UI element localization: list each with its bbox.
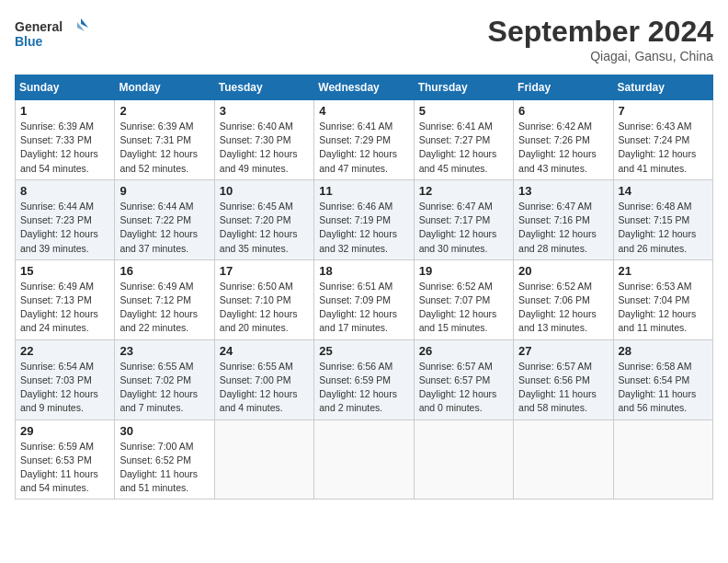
calendar-cell: 30Sunrise: 7:00 AMSunset: 6:52 PMDayligh…: [115, 419, 214, 500]
day-number: 21: [619, 264, 708, 278]
day-info: Sunrise: 6:52 AMSunset: 7:06 PMDaylight:…: [518, 280, 608, 336]
calendar-cell: [514, 419, 613, 500]
calendar-cell: 23Sunrise: 6:55 AMSunset: 7:02 PMDayligh…: [115, 339, 214, 419]
title-block: September 2024 Qiagai, Gansu, China: [488, 15, 713, 63]
day-number: 9: [119, 184, 209, 198]
day-number: 2: [119, 104, 209, 118]
day-info: Sunrise: 7:00 AMSunset: 6:52 PMDaylight:…: [119, 440, 209, 496]
day-info: Sunrise: 6:43 AMSunset: 7:24 PMDaylight:…: [619, 120, 708, 176]
day-number: 18: [319, 264, 408, 278]
day-number: 19: [419, 264, 508, 278]
day-number: 22: [20, 344, 109, 358]
day-number: 13: [518, 184, 608, 198]
day-number: 29: [20, 424, 109, 438]
calendar-cell: 17Sunrise: 6:50 AMSunset: 7:10 PMDayligh…: [214, 259, 313, 339]
calendar-cell: 20Sunrise: 6:52 AMSunset: 7:06 PMDayligh…: [514, 259, 613, 339]
calendar-cell: 11Sunrise: 6:46 AMSunset: 7:19 PMDayligh…: [314, 179, 414, 259]
day-info: Sunrise: 6:56 AMSunset: 6:59 PMDaylight:…: [319, 360, 408, 416]
calendar-cell: 19Sunrise: 6:52 AMSunset: 7:07 PMDayligh…: [414, 259, 513, 339]
day-number: 17: [220, 264, 309, 278]
weekday-header: Monday: [115, 75, 214, 100]
calendar-cell: 9Sunrise: 6:44 AMSunset: 7:22 PMDaylight…: [115, 179, 214, 259]
calendar-table: SundayMondayTuesdayWednesdayThursdayFrid…: [15, 75, 713, 500]
location: Qiagai, Gansu, China: [488, 49, 713, 63]
day-info: Sunrise: 6:47 AMSunset: 7:16 PMDaylight:…: [518, 200, 608, 256]
svg-text:Blue: Blue: [15, 34, 43, 49]
calendar-cell: 15Sunrise: 6:49 AMSunset: 7:13 PMDayligh…: [16, 259, 115, 339]
calendar-cell: [613, 419, 712, 500]
calendar-cell: 27Sunrise: 6:57 AMSunset: 6:56 PMDayligh…: [514, 339, 613, 419]
calendar-cell: 18Sunrise: 6:51 AMSunset: 7:09 PMDayligh…: [314, 259, 414, 339]
calendar-cell: 21Sunrise: 6:53 AMSunset: 7:04 PMDayligh…: [613, 259, 712, 339]
day-info: Sunrise: 6:49 AMSunset: 7:13 PMDaylight:…: [20, 280, 109, 336]
month-title: September 2024: [488, 15, 713, 49]
svg-marker-2: [81, 18, 88, 28]
calendar-cell: 24Sunrise: 6:55 AMSunset: 7:00 PMDayligh…: [214, 339, 313, 419]
day-number: 27: [518, 344, 608, 358]
day-info: Sunrise: 6:46 AMSunset: 7:19 PMDaylight:…: [319, 200, 408, 256]
day-info: Sunrise: 6:49 AMSunset: 7:12 PMDaylight:…: [119, 280, 209, 336]
calendar-cell: 8Sunrise: 6:44 AMSunset: 7:23 PMDaylight…: [16, 179, 115, 259]
day-info: Sunrise: 6:40 AMSunset: 7:30 PMDaylight:…: [220, 120, 309, 176]
day-number: 6: [518, 104, 608, 118]
logo-svg: General Blue: [15, 15, 88, 52]
day-number: 25: [319, 344, 408, 358]
day-number: 5: [419, 104, 508, 118]
day-number: 8: [20, 184, 109, 198]
day-number: 20: [518, 264, 608, 278]
day-number: 16: [119, 264, 209, 278]
calendar-cell: 7Sunrise: 6:43 AMSunset: 7:24 PMDaylight…: [613, 100, 712, 180]
calendar-week-row: 1Sunrise: 6:39 AMSunset: 7:33 PMDaylight…: [16, 100, 713, 180]
calendar-cell: 3Sunrise: 6:40 AMSunset: 7:30 PMDaylight…: [214, 100, 313, 180]
day-info: Sunrise: 6:48 AMSunset: 7:15 PMDaylight:…: [619, 200, 708, 256]
day-number: 14: [619, 184, 708, 198]
day-number: 23: [119, 344, 209, 358]
calendar-cell: [214, 419, 313, 500]
calendar-cell: [314, 419, 414, 500]
day-number: 26: [419, 344, 508, 358]
calendar-cell: 25Sunrise: 6:56 AMSunset: 6:59 PMDayligh…: [314, 339, 414, 419]
calendar-cell: 14Sunrise: 6:48 AMSunset: 7:15 PMDayligh…: [613, 179, 712, 259]
day-number: 4: [319, 104, 408, 118]
day-info: Sunrise: 6:47 AMSunset: 7:17 PMDaylight:…: [419, 200, 508, 256]
day-info: Sunrise: 6:42 AMSunset: 7:26 PMDaylight:…: [518, 120, 608, 176]
page-header: General Blue September 2024 Qiagai, Gans…: [15, 15, 713, 63]
day-info: Sunrise: 6:51 AMSunset: 7:09 PMDaylight:…: [319, 280, 408, 336]
day-info: Sunrise: 6:52 AMSunset: 7:07 PMDaylight:…: [419, 280, 508, 336]
calendar-cell: [414, 419, 513, 500]
calendar-cell: 26Sunrise: 6:57 AMSunset: 6:57 PMDayligh…: [414, 339, 513, 419]
calendar-cell: 1Sunrise: 6:39 AMSunset: 7:33 PMDaylight…: [16, 100, 115, 180]
calendar-cell: 28Sunrise: 6:58 AMSunset: 6:54 PMDayligh…: [613, 339, 712, 419]
day-number: 28: [619, 344, 708, 358]
day-info: Sunrise: 6:53 AMSunset: 7:04 PMDaylight:…: [619, 280, 708, 336]
calendar-cell: 16Sunrise: 6:49 AMSunset: 7:12 PMDayligh…: [115, 259, 214, 339]
weekday-header: Friday: [514, 75, 613, 100]
day-info: Sunrise: 6:44 AMSunset: 7:22 PMDaylight:…: [119, 200, 209, 256]
day-info: Sunrise: 6:55 AMSunset: 7:02 PMDaylight:…: [119, 360, 209, 416]
day-number: 11: [319, 184, 408, 198]
day-info: Sunrise: 6:55 AMSunset: 7:00 PMDaylight:…: [220, 360, 309, 416]
weekday-header: Thursday: [414, 75, 513, 100]
day-info: Sunrise: 6:41 AMSunset: 7:27 PMDaylight:…: [419, 120, 508, 176]
day-info: Sunrise: 6:50 AMSunset: 7:10 PMDaylight:…: [220, 280, 309, 336]
day-number: 1: [20, 104, 109, 118]
calendar-cell: 4Sunrise: 6:41 AMSunset: 7:29 PMDaylight…: [314, 100, 414, 180]
day-info: Sunrise: 6:58 AMSunset: 6:54 PMDaylight:…: [619, 360, 708, 416]
day-info: Sunrise: 6:39 AMSunset: 7:33 PMDaylight:…: [20, 120, 109, 176]
day-number: 30: [119, 424, 209, 438]
calendar-cell: 29Sunrise: 6:59 AMSunset: 6:53 PMDayligh…: [16, 419, 115, 500]
calendar-cell: 6Sunrise: 6:42 AMSunset: 7:26 PMDaylight…: [514, 100, 613, 180]
calendar-week-row: 15Sunrise: 6:49 AMSunset: 7:13 PMDayligh…: [16, 259, 713, 339]
day-number: 10: [220, 184, 309, 198]
calendar-cell: 10Sunrise: 6:45 AMSunset: 7:20 PMDayligh…: [214, 179, 313, 259]
day-info: Sunrise: 6:57 AMSunset: 6:57 PMDaylight:…: [419, 360, 508, 416]
day-info: Sunrise: 6:54 AMSunset: 7:03 PMDaylight:…: [20, 360, 109, 416]
day-info: Sunrise: 6:59 AMSunset: 6:53 PMDaylight:…: [20, 440, 109, 496]
weekday-header: Sunday: [16, 75, 115, 100]
day-number: 15: [20, 264, 109, 278]
day-info: Sunrise: 6:39 AMSunset: 7:31 PMDaylight:…: [119, 120, 209, 176]
calendar-cell: 22Sunrise: 6:54 AMSunset: 7:03 PMDayligh…: [16, 339, 115, 419]
weekday-header: Saturday: [613, 75, 712, 100]
calendar-cell: 5Sunrise: 6:41 AMSunset: 7:27 PMDaylight…: [414, 100, 513, 180]
day-number: 7: [619, 104, 708, 118]
